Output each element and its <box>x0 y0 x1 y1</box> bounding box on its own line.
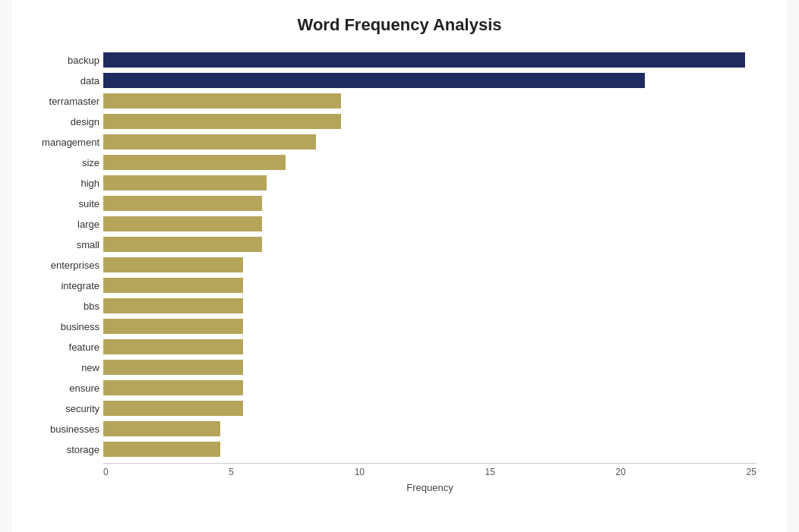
bar-row: terramaster <box>103 91 756 111</box>
bar-row: new <box>103 357 756 377</box>
x-tick: 20 <box>616 467 626 477</box>
bar-label: terramaster <box>27 96 99 107</box>
x-tick: 0 <box>103 467 109 477</box>
bar-label: business <box>27 321 99 332</box>
bar-fill <box>103 114 341 129</box>
x-ticks: 0510152025 <box>103 464 756 477</box>
bar-label: bbs <box>27 301 99 312</box>
bar-label: businesses <box>27 423 99 435</box>
bar-label: design <box>27 116 99 127</box>
bar-row: business <box>103 316 756 336</box>
bar-label: enterprises <box>27 260 99 271</box>
bar-fill <box>103 175 267 190</box>
bar-row: security <box>103 398 756 418</box>
chart-area: backupdataterramasterdesignmanagementsiz… <box>103 50 756 460</box>
bar-row: feature <box>103 337 756 357</box>
bar-fill <box>103 298 243 313</box>
bar-row: management <box>103 132 756 152</box>
bar-fill <box>103 257 243 272</box>
bar-label: small <box>27 239 99 250</box>
bar-fill <box>103 134 316 150</box>
bar-label: suite <box>27 198 99 209</box>
bar-fill <box>103 401 243 416</box>
bar-fill <box>103 155 286 170</box>
bar-row: data <box>103 71 756 90</box>
chart-container: Word Frequency Analysis backupdataterram… <box>12 0 787 532</box>
x-tick: 25 <box>747 467 756 477</box>
bar-fill <box>103 421 220 436</box>
bar-fill <box>103 442 220 457</box>
bar-row: suite <box>103 194 756 213</box>
bar-row: small <box>103 235 756 254</box>
x-axis-label: Frequency <box>103 482 756 493</box>
bar-label: large <box>27 219 99 230</box>
bar-row: high <box>103 173 756 193</box>
bar-label: ensure <box>27 382 99 394</box>
bar-fill <box>103 278 243 293</box>
bar-fill <box>103 380 243 395</box>
bar-label: feature <box>27 342 99 353</box>
bar-label: backup <box>27 55 99 66</box>
bar-fill <box>103 73 645 88</box>
bar-row: bbs <box>103 296 756 316</box>
bar-fill <box>103 196 262 211</box>
bar-fill <box>103 237 262 252</box>
bar-row: large <box>103 214 756 234</box>
x-tick: 5 <box>229 467 234 477</box>
bar-fill <box>103 360 243 375</box>
bar-label: data <box>27 75 99 87</box>
bar-fill <box>103 93 341 109</box>
bar-label: size <box>27 157 99 168</box>
bar-row: backup <box>103 50 756 70</box>
bar-label: new <box>27 362 99 373</box>
bar-row: storage <box>103 439 756 459</box>
bar-label: integrate <box>27 280 99 291</box>
bar-label: storage <box>27 444 99 455</box>
bar-label: high <box>27 178 99 189</box>
bar-row: size <box>103 153 756 172</box>
bar-fill <box>103 339 243 354</box>
bar-row: ensure <box>103 378 756 398</box>
bar-row: businesses <box>103 419 756 439</box>
bar-label: management <box>27 137 99 148</box>
bar-row: integrate <box>103 275 756 295</box>
bar-fill <box>103 319 243 334</box>
bar-fill <box>103 52 745 68</box>
x-tick: 10 <box>355 467 365 477</box>
bar-label: security <box>27 403 99 414</box>
x-axis: 0510152025 <box>103 463 756 477</box>
chart-title: Word Frequency Analysis <box>27 15 772 35</box>
bar-row: enterprises <box>103 255 756 275</box>
bar-row: design <box>103 112 756 131</box>
x-tick: 15 <box>485 467 495 477</box>
bar-fill <box>103 216 262 231</box>
